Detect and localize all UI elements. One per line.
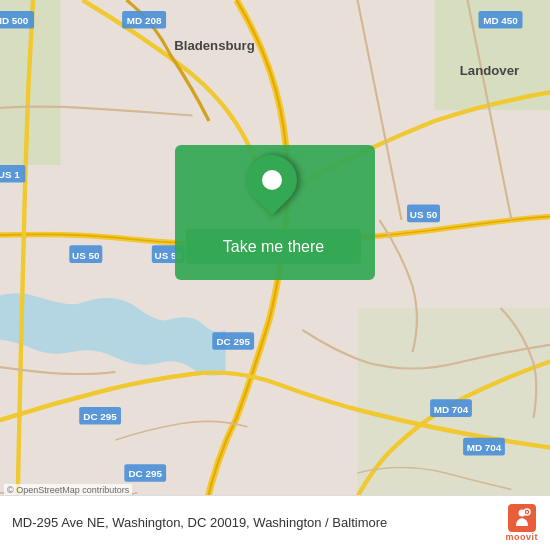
svg-text:Bladensburg: Bladensburg [174,38,255,53]
moovit-logo: moovit [505,504,538,542]
svg-point-37 [526,511,528,513]
map-pin [247,155,297,205]
moovit-brand-label: moovit [505,532,538,542]
take-me-there-button[interactable]: Take me there [186,229,361,264]
info-bar: MD-295 Ave NE, Washington, DC 20019, Was… [0,495,550,550]
svg-text:MD 500: MD 500 [0,15,29,26]
svg-text:MD 450: MD 450 [483,15,518,26]
svg-text:US 1: US 1 [0,169,20,180]
svg-text:DC 295: DC 295 [216,336,250,347]
pin-body [237,145,308,216]
moovit-brand-icon [508,504,536,532]
pin-inner-circle [262,170,282,190]
address-text: MD-295 Ave NE, Washington, DC 20019, Was… [12,515,495,532]
svg-text:DC 295: DC 295 [128,468,162,479]
map-container: MD 500 MD 208 MD 450 US 1 US 50 US 50 US… [0,0,550,550]
svg-text:MD 208: MD 208 [127,15,162,26]
svg-text:US 50: US 50 [72,250,100,261]
svg-text:Landover: Landover [460,63,519,78]
svg-text:MD 704: MD 704 [434,404,469,415]
svg-text:MD 704: MD 704 [467,442,502,453]
svg-text:DC 295: DC 295 [83,411,117,422]
svg-text:US 50: US 50 [410,209,438,220]
